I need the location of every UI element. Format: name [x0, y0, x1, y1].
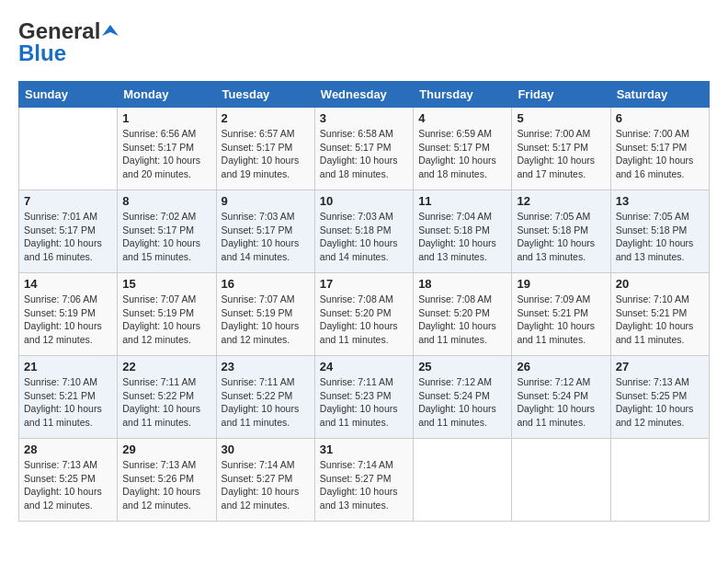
calendar-week-4: 21Sunrise: 7:10 AM Sunset: 5:21 PM Dayli… [19, 356, 710, 439]
day-number: 28 [24, 442, 112, 456]
calendar-week-1: 1Sunrise: 6:56 AM Sunset: 5:17 PM Daylig… [19, 108, 710, 190]
calendar-cell: 6Sunrise: 7:00 AM Sunset: 5:17 PM Daylig… [610, 108, 709, 190]
calendar-cell: 29Sunrise: 7:13 AM Sunset: 5:26 PM Dayli… [118, 439, 216, 522]
calendar-cell: 17Sunrise: 7:08 AM Sunset: 5:20 PM Dayli… [314, 273, 413, 356]
calendar-cell: 26Sunrise: 7:12 AM Sunset: 5:24 PM Dayli… [512, 356, 610, 439]
cell-info: Sunrise: 7:14 AM Sunset: 5:27 PM Dayligh… [222, 458, 310, 512]
day-number: 22 [122, 360, 210, 373]
calendar-cell: 9Sunrise: 7:03 AM Sunset: 5:17 PM Daylig… [216, 190, 314, 273]
calendar-cell [610, 439, 709, 522]
cell-info: Sunrise: 7:10 AM Sunset: 5:21 PM Dayligh… [616, 293, 704, 347]
weekday-header-row: SundayMondayTuesdayWednesdayThursdayFrid… [19, 82, 710, 108]
calendar-cell: 4Sunrise: 6:59 AM Sunset: 5:17 PM Daylig… [414, 108, 512, 190]
calendar-header: SundayMondayTuesdayWednesdayThursdayFrid… [19, 82, 710, 108]
day-number: 25 [418, 360, 506, 373]
cell-info: Sunrise: 7:12 AM Sunset: 5:24 PM Dayligh… [418, 375, 506, 430]
weekday-sunday: Sunday [19, 82, 118, 108]
calendar-cell: 11Sunrise: 7:04 AM Sunset: 5:18 PM Dayli… [414, 190, 512, 273]
day-number: 15 [122, 277, 210, 291]
cell-info: Sunrise: 7:05 AM Sunset: 5:18 PM Dayligh… [517, 210, 605, 264]
calendar-body: 1Sunrise: 6:56 AM Sunset: 5:17 PM Daylig… [19, 108, 710, 522]
calendar-week-5: 28Sunrise: 7:13 AM Sunset: 5:25 PM Dayli… [19, 439, 710, 522]
calendar-cell: 30Sunrise: 7:14 AM Sunset: 5:27 PM Dayli… [216, 439, 314, 522]
calendar-cell: 8Sunrise: 7:02 AM Sunset: 5:17 PM Daylig… [118, 190, 216, 273]
cell-info: Sunrise: 7:04 AM Sunset: 5:18 PM Dayligh… [418, 210, 506, 264]
cell-info: Sunrise: 7:07 AM Sunset: 5:19 PM Dayligh… [222, 293, 310, 347]
calendar-cell: 22Sunrise: 7:11 AM Sunset: 5:22 PM Dayli… [118, 356, 216, 439]
calendar-cell: 7Sunrise: 7:01 AM Sunset: 5:17 PM Daylig… [19, 190, 118, 273]
calendar-cell: 14Sunrise: 7:06 AM Sunset: 5:19 PM Dayli… [19, 273, 118, 356]
day-number: 5 [517, 111, 605, 125]
calendar-cell: 1Sunrise: 6:56 AM Sunset: 5:17 PM Daylig… [118, 108, 216, 190]
calendar-cell: 2Sunrise: 6:57 AM Sunset: 5:17 PM Daylig… [216, 108, 314, 190]
day-number: 17 [320, 277, 408, 291]
day-number: 23 [222, 360, 310, 373]
calendar-cell: 27Sunrise: 7:13 AM Sunset: 5:25 PM Dayli… [610, 356, 709, 439]
calendar-cell [414, 439, 512, 522]
day-number: 4 [418, 111, 506, 125]
day-number: 27 [616, 360, 704, 373]
cell-info: Sunrise: 7:11 AM Sunset: 5:22 PM Dayligh… [122, 375, 210, 430]
svg-marker-0 [102, 25, 119, 36]
day-number: 16 [222, 277, 310, 291]
calendar-cell: 25Sunrise: 7:12 AM Sunset: 5:24 PM Dayli… [414, 356, 512, 439]
day-number: 18 [418, 277, 506, 291]
page-header: General Blue [18, 18, 710, 66]
weekday-friday: Friday [512, 82, 610, 108]
day-number: 14 [24, 277, 112, 291]
calendar-table: SundayMondayTuesdayWednesdayThursdayFrid… [18, 81, 710, 522]
calendar-cell [512, 439, 610, 522]
weekday-tuesday: Tuesday [216, 82, 314, 108]
day-number: 11 [418, 194, 506, 208]
day-number: 30 [222, 442, 310, 456]
logo-bird-icon [102, 23, 119, 40]
day-number: 7 [24, 194, 112, 208]
calendar-cell: 20Sunrise: 7:10 AM Sunset: 5:21 PM Dayli… [610, 273, 709, 356]
day-number: 12 [517, 194, 605, 208]
calendar-cell: 23Sunrise: 7:11 AM Sunset: 5:22 PM Dayli… [216, 356, 314, 439]
day-number: 21 [24, 360, 112, 373]
calendar-week-2: 7Sunrise: 7:01 AM Sunset: 5:17 PM Daylig… [19, 190, 710, 273]
cell-info: Sunrise: 7:06 AM Sunset: 5:19 PM Dayligh… [24, 293, 112, 347]
day-number: 29 [122, 442, 210, 456]
cell-info: Sunrise: 7:09 AM Sunset: 5:21 PM Dayligh… [517, 293, 605, 347]
day-number: 13 [616, 194, 704, 208]
cell-info: Sunrise: 7:13 AM Sunset: 5:25 PM Dayligh… [24, 458, 112, 512]
cell-info: Sunrise: 7:11 AM Sunset: 5:22 PM Dayligh… [222, 375, 310, 430]
cell-info: Sunrise: 6:57 AM Sunset: 5:17 PM Dayligh… [222, 127, 310, 181]
day-number: 2 [222, 111, 310, 125]
calendar-cell: 10Sunrise: 7:03 AM Sunset: 5:18 PM Dayli… [314, 190, 413, 273]
cell-info: Sunrise: 7:07 AM Sunset: 5:19 PM Dayligh… [122, 293, 210, 347]
cell-info: Sunrise: 7:08 AM Sunset: 5:20 PM Dayligh… [418, 293, 506, 347]
cell-info: Sunrise: 7:05 AM Sunset: 5:18 PM Dayligh… [616, 210, 704, 264]
calendar-cell: 19Sunrise: 7:09 AM Sunset: 5:21 PM Dayli… [512, 273, 610, 356]
cell-info: Sunrise: 7:12 AM Sunset: 5:24 PM Dayligh… [517, 375, 605, 430]
calendar-cell: 13Sunrise: 7:05 AM Sunset: 5:18 PM Dayli… [610, 190, 709, 273]
cell-info: Sunrise: 6:58 AM Sunset: 5:17 PM Dayligh… [320, 127, 408, 181]
cell-info: Sunrise: 7:10 AM Sunset: 5:21 PM Dayligh… [24, 375, 112, 430]
calendar-cell: 16Sunrise: 7:07 AM Sunset: 5:19 PM Dayli… [216, 273, 314, 356]
day-number: 1 [122, 111, 210, 125]
day-number: 26 [517, 360, 605, 373]
logo: General Blue [18, 18, 119, 66]
cell-info: Sunrise: 7:03 AM Sunset: 5:18 PM Dayligh… [320, 210, 408, 264]
weekday-monday: Monday [118, 82, 216, 108]
calendar-cell [19, 108, 118, 190]
weekday-wednesday: Wednesday [314, 82, 413, 108]
day-number: 3 [320, 111, 408, 125]
day-number: 19 [517, 277, 605, 291]
calendar-cell: 18Sunrise: 7:08 AM Sunset: 5:20 PM Dayli… [414, 273, 512, 356]
weekday-thursday: Thursday [414, 82, 512, 108]
logo-blue: Blue [18, 40, 66, 66]
cell-info: Sunrise: 7:13 AM Sunset: 5:25 PM Dayligh… [616, 375, 704, 430]
calendar-cell: 12Sunrise: 7:05 AM Sunset: 5:18 PM Dayli… [512, 190, 610, 273]
cell-info: Sunrise: 7:02 AM Sunset: 5:17 PM Dayligh… [122, 210, 210, 264]
day-number: 6 [616, 111, 704, 125]
calendar-cell: 21Sunrise: 7:10 AM Sunset: 5:21 PM Dayli… [19, 356, 118, 439]
cell-info: Sunrise: 7:01 AM Sunset: 5:17 PM Dayligh… [24, 210, 112, 264]
day-number: 9 [222, 194, 310, 208]
cell-info: Sunrise: 6:56 AM Sunset: 5:17 PM Dayligh… [122, 127, 210, 181]
calendar-cell: 15Sunrise: 7:07 AM Sunset: 5:19 PM Dayli… [118, 273, 216, 356]
cell-info: Sunrise: 6:59 AM Sunset: 5:17 PM Dayligh… [418, 127, 506, 181]
day-number: 10 [320, 194, 408, 208]
